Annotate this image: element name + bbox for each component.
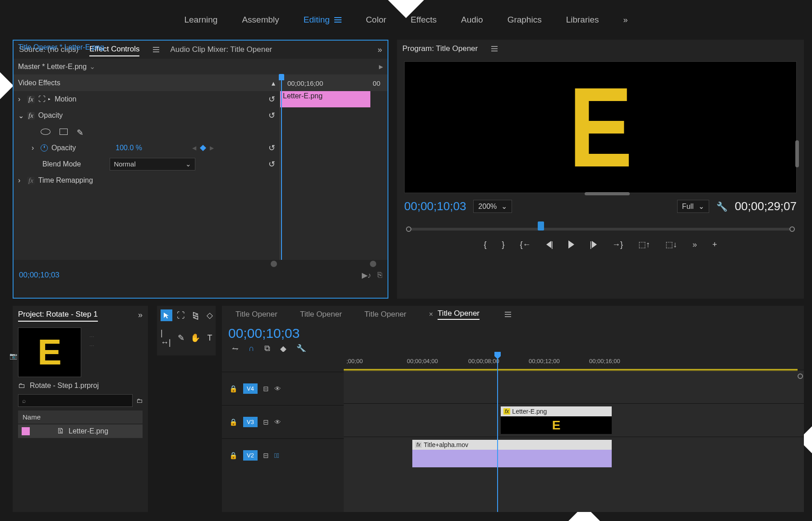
add-button-icon[interactable]: +	[712, 240, 717, 249]
step-forward-icon[interactable]: |	[590, 240, 597, 249]
workspace-learning[interactable]: Learning	[184, 15, 217, 25]
timeline-current-time[interactable]: 00;00;10;03	[228, 326, 300, 341]
ec-scrollbar[interactable]	[14, 260, 388, 268]
track-header-v2[interactable]: 🔒 V2 ⊟ 👁⃠	[222, 438, 344, 472]
extract-icon[interactable]: ⬚↓	[665, 240, 677, 249]
workspace-libraries[interactable]: Libraries	[566, 15, 599, 25]
track-select-tool-icon[interactable]: ⛶	[175, 309, 187, 321]
reset-icon[interactable]: ↺	[268, 143, 275, 153]
mark-out-icon[interactable]: }	[502, 240, 505, 249]
timeline-tab-0[interactable]: Title Opener	[235, 310, 277, 319]
workspace-color[interactable]: Color	[366, 15, 386, 25]
sync-lock-icon[interactable]: ⊟	[263, 418, 269, 426]
stopwatch-icon[interactable]	[41, 144, 48, 152]
collapse-icon[interactable]: ▴	[272, 79, 275, 88]
program-scrubber[interactable]	[404, 221, 797, 233]
transport-overflow-icon[interactable]: »	[692, 240, 697, 249]
scrub-track[interactable]	[411, 228, 790, 231]
panel-menu-icon[interactable]	[153, 47, 159, 52]
workspace-menu-icon[interactable]	[334, 17, 341, 23]
play-only-icon[interactable]: ▶♪	[362, 271, 372, 280]
ec-clip-bar[interactable]: Letter-E.png	[280, 91, 370, 107]
step-back-icon[interactable]: |	[546, 240, 554, 249]
go-to-in-icon[interactable]: {←	[520, 240, 531, 249]
clip-title-alpha[interactable]: fxTitle+alpha.mov	[412, 440, 612, 467]
razor-tool-icon[interactable]: ◇	[204, 309, 216, 321]
workspace-audio[interactable]: Audio	[461, 15, 483, 25]
fx-badge-icon[interactable]: fx	[27, 177, 35, 184]
ec-playhead[interactable]	[281, 75, 282, 260]
export-frame-icon[interactable]: ⎘	[378, 271, 382, 280]
play-icon[interactable]: ▶	[379, 64, 383, 70]
slip-tool-icon[interactable]: |↔|	[161, 332, 172, 344]
effect-controls-timeline[interactable]: 00;00;16;00 00 Letter-E.png	[280, 75, 388, 260]
track-label[interactable]: V4	[243, 383, 258, 394]
go-to-out-icon[interactable]: →}	[612, 240, 623, 249]
tab-project[interactable]: Project: Rotate - Step 1	[18, 308, 98, 322]
clip-letter-e[interactable]: fxLetter-E.png E	[501, 406, 612, 434]
project-item-row[interactable]: 🖻 Letter-E.png	[18, 424, 143, 438]
ripple-edit-tool-icon[interactable]: ⧎	[189, 309, 201, 321]
program-current-time[interactable]: 00;00;10;03	[404, 199, 466, 213]
lift-icon[interactable]: ⬚↑	[638, 240, 650, 249]
timeline-tracks[interactable]: ;00;00 00;00;04;00 00;00;08;00 00;00;12;…	[344, 352, 804, 512]
project-file-row[interactable]: 🗀 Rotate - Step 1.prproj	[18, 382, 143, 390]
reset-icon[interactable]: ↺	[268, 94, 275, 104]
zoom-dropdown[interactable]: 200%⌄	[473, 200, 512, 213]
track-lane-v4[interactable]	[344, 370, 804, 403]
timeline-playhead[interactable]	[497, 352, 498, 512]
eye-icon[interactable]: 👁	[274, 418, 281, 426]
timeline-tab-1[interactable]: Title Opener	[300, 310, 342, 319]
new-bin-icon[interactable]: 🗀	[136, 397, 143, 404]
type-tool-icon[interactable]: T	[204, 332, 216, 344]
scrub-start-handle[interactable]	[406, 226, 411, 232]
program-viewer[interactable]: E	[404, 61, 797, 193]
panel-overflow-icon[interactable]: »	[138, 310, 143, 320]
workspace-overflow-icon[interactable]: »	[623, 15, 628, 25]
lock-icon[interactable]: 🔒	[229, 418, 238, 426]
close-tab-icon[interactable]: ×	[429, 310, 433, 318]
scrub-playhead[interactable]	[538, 221, 544, 231]
track-label[interactable]: V3	[243, 417, 258, 427]
track-lane-v2[interactable]: fxTitle+alpha.mov	[344, 437, 804, 470]
column-header-name[interactable]: Name	[18, 410, 143, 424]
panel-overflow-icon[interactable]: »	[378, 45, 382, 55]
eye-disabled-icon[interactable]: 👁⃠	[274, 452, 279, 459]
pen-mask-icon[interactable]	[77, 128, 85, 136]
track-label[interactable]: V2	[243, 450, 258, 461]
lock-icon[interactable]: 🔒	[229, 385, 238, 393]
track-header-v3[interactable]: 🔒 V3 ⊟ 👁	[222, 405, 344, 438]
scroll-thumb-left[interactable]	[271, 261, 277, 267]
play-icon[interactable]	[568, 240, 574, 249]
wrench-icon[interactable]: 🔧	[716, 201, 728, 212]
eye-icon[interactable]: 👁	[274, 385, 281, 392]
reset-icon[interactable]: ↺	[268, 159, 275, 169]
timeline-tab-3[interactable]: Title Opener	[438, 309, 480, 320]
timeline-ruler[interactable]: ;00;00 00;00;04;00 00;00;08;00 00;00;12;…	[344, 352, 804, 370]
workspace-editing[interactable]: Editing	[304, 15, 341, 25]
tab-program[interactable]: Program: Title Opener	[402, 42, 478, 55]
opacity-value[interactable]: 100.0 %	[115, 144, 142, 152]
panel-menu-icon[interactable]	[505, 312, 511, 317]
timeline-tab-2[interactable]: Title Opener	[364, 310, 406, 319]
track-header-v4[interactable]: 🔒 V4 ⊟ 👁	[222, 372, 344, 405]
project-search-input[interactable]: ⌕	[18, 394, 133, 407]
selection-tool-icon[interactable]	[161, 309, 172, 321]
vscroll-knob[interactable]	[798, 373, 803, 379]
quality-dropdown[interactable]: Full⌄	[677, 200, 709, 213]
search-field[interactable]	[26, 397, 129, 404]
blend-mode-dropdown[interactable]: Normal ⌄	[110, 158, 195, 171]
prev-keyframe-icon[interactable]: ◀	[192, 145, 196, 151]
pen-tool-icon[interactable]: ✎	[175, 332, 187, 344]
workspace-graphics[interactable]: Graphics	[508, 15, 542, 25]
panel-menu-icon[interactable]	[491, 46, 498, 51]
camera-icon[interactable]: 📷	[9, 352, 17, 360]
mark-in-icon[interactable]: {	[484, 240, 487, 249]
hand-tool-icon[interactable]: ✋	[189, 332, 201, 344]
viewer-hscroll[interactable]	[585, 192, 630, 195]
next-keyframe-icon[interactable]: ▶	[210, 145, 214, 151]
viewer-vscroll[interactable]	[795, 140, 799, 167]
scrub-end-handle[interactable]	[789, 226, 795, 232]
ec-ruler[interactable]: 00;00;16;00 00	[280, 75, 388, 91]
sequence-clip-name[interactable]: Title Opener * Letter-E.png	[18, 43, 104, 295]
